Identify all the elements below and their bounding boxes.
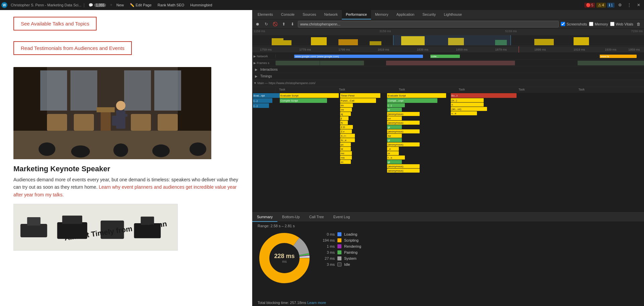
tab-event-log[interactable]: Event Log <box>329 212 355 222</box>
screenshots-checkbox[interactable] <box>561 22 565 26</box>
upload-icon[interactable]: ⬆ <box>280 21 287 27</box>
url-input[interactable] <box>298 21 559 27</box>
comments-icon[interactable]: 💬 1,055 <box>87 0 108 10</box>
error-badge: 🔴 5 <box>584 3 595 8</box>
tab-call-tree[interactable]: Call Tree <box>305 212 329 222</box>
task-evaluate-script[interactable]: Evaluate Script <box>280 93 339 98</box>
tab-lighthouse[interactable]: Lighthouse <box>440 10 466 19</box>
webvitals-checkbox[interactable] <box>610 22 614 26</box>
system-ms: 27 ms <box>318 256 335 260</box>
tab-security[interactable]: Security <box>418 10 440 19</box>
task-Le[interactable]: Le <box>387 116 402 120</box>
edit-page-button[interactable]: ✏️ Edit Page <box>128 0 154 10</box>
task-header-row: Task Task Task Task Task Task <box>252 86 644 93</box>
settings-icon[interactable]: ⚙ <box>616 1 624 9</box>
task-or[interactable]: or <box>387 151 399 155</box>
task-open-paren2[interactable]: (...) <box>253 103 269 108</box>
task-a-...[interactable]: (a...) <box>451 98 484 102</box>
flame-content: Eval...ript (...) (...) Evaluate Script … <box>252 93 644 212</box>
task-zd[interactable]: Z.D <box>340 125 353 129</box>
tab-summary[interactable]: Summary <box>252 212 277 222</box>
task-zv[interactable]: Z.v <box>340 129 352 133</box>
clear-icon[interactable]: 🚫 <box>272 21 278 27</box>
task-anon4[interactable]: (anonymous) <box>387 142 420 146</box>
task-sr[interactable]: sr <box>387 108 402 112</box>
scripting-label: Scripting <box>344 238 359 242</box>
mini-bar-3 <box>311 37 327 45</box>
ruler-1959: 1959 ms <box>628 48 640 51</box>
task-n-gt[interactable]: n <box>451 103 484 107</box>
task-open-paren1[interactable]: (...) <box>253 98 272 103</box>
interactions-toggle[interactable]: ▶ <box>254 68 259 72</box>
task-aj[interactable]: aj <box>340 112 351 116</box>
flame-col-4: Evaluate Script Compii...cript (...) sr … <box>386 93 447 174</box>
task-x[interactable]: X.;>: <box>340 134 355 138</box>
testimonials-button[interactable]: Read Testimonials from Audiences and Eve… <box>13 41 132 55</box>
timings-section[interactable]: ▶ Timings <box>252 73 644 80</box>
task-zc[interactable]: zc <box>340 160 351 164</box>
task-headers: Task Task Task Task Task Task <box>276 86 644 92</box>
task-fs[interactable]: f...s <box>387 156 405 160</box>
task-timer-fired[interactable]: Timer Fired <box>340 93 380 98</box>
browser-top-bar: W Christopher S. Penn - Marketing Data S… <box>0 0 644 10</box>
task-mc[interactable]: mc <box>340 151 352 155</box>
tab-sources[interactable]: Sources <box>299 10 320 19</box>
task-td[interactable]: td <box>340 147 351 151</box>
new-button[interactable]: New <box>114 0 126 10</box>
task-rm[interactable]: rm <box>340 108 352 112</box>
more-icon[interactable]: ⋮ <box>625 1 633 9</box>
task-paren3[interactable]: (...) <box>387 103 405 107</box>
task-anon6[interactable]: (anonymous) <box>387 169 420 173</box>
tab-network[interactable]: Network <box>320 10 342 19</box>
task-gt3[interactable]: gt <box>387 160 402 164</box>
task-anon5[interactable]: (anonymous) <box>387 164 420 168</box>
flame-col-right: Ev...t (a...) n (an...us) v...e <box>450 93 517 116</box>
task-_e[interactable]: _e <box>387 147 399 151</box>
learn-more-perf-link[interactable]: Learn more <box>307 301 326 305</box>
timings-toggle[interactable]: ▶ <box>254 74 259 78</box>
talks-topics-button[interactable]: See Available Talks and Topics <box>13 17 97 30</box>
task-compii-cript[interactable]: Compii...cript <box>387 98 437 103</box>
task-eval-script2[interactable]: Evaluate Script <box>387 93 446 98</box>
task-v-e[interactable]: v...e <box>451 111 477 115</box>
reload-icon[interactable]: ↻ <box>263 21 270 27</box>
network-bar-wwwfa: www.fa <box>600 55 637 58</box>
seo-button[interactable]: Rank Math SEO <box>156 0 186 10</box>
timeline-selection[interactable] <box>393 35 511 45</box>
task-anon2[interactable]: (anonymous) <box>387 121 420 125</box>
download-icon[interactable]: ⬇ <box>289 21 296 27</box>
tab-performance[interactable]: Performance <box>342 10 371 19</box>
close-devtools-icon[interactable]: ✕ <box>635 1 643 9</box>
task-tm[interactable]: tm <box>340 103 353 107</box>
hb-button[interactable]: Hummingbird <box>188 0 214 10</box>
task-jl[interactable]: jl <box>340 116 348 120</box>
task-compile-script[interactable]: Compile Script <box>280 98 327 103</box>
ruler-1919: 1919 ms <box>574 48 585 51</box>
task-pc[interactable]: pc <box>340 142 351 146</box>
tab-bottom-up[interactable]: Bottom-Up <box>277 212 305 222</box>
memory-checkbox[interactable] <box>589 22 593 26</box>
svg-rect-11 <box>158 114 178 131</box>
task-n[interactable]: N <box>340 121 348 125</box>
task-ne[interactable]: N.;.e <box>340 138 355 142</box>
tab-application[interactable]: Application <box>392 10 419 19</box>
task-anon1[interactable]: (anonymous) <box>387 112 420 116</box>
scroll-timeline[interactable]: 1159 ms 3159 ms 5159 ms 7159 ms <box>252 29 644 46</box>
tab-memory[interactable]: Memory <box>371 10 392 19</box>
task-ev-t[interactable]: Ev...t <box>451 93 517 98</box>
task-anus-v[interactable]: (an...us) <box>451 107 487 111</box>
task-funct-call[interactable]: Funct...Call <box>340 98 376 103</box>
newsletter-image: Almost Timely from @cspenn <box>13 204 178 251</box>
record-icon[interactable]: ⏺ <box>254 21 261 27</box>
clear-recordings-icon[interactable]: 🗑 <box>635 21 642 27</box>
task-anon3[interactable]: (anonymous) <box>387 129 420 133</box>
tab-console[interactable]: Console <box>277 10 299 19</box>
task-gt2[interactable]: gt <box>387 138 402 142</box>
task-gt1[interactable]: gt <box>387 125 402 129</box>
ruler-1839: 1839 ms <box>417 48 429 51</box>
seo-label: Rank Math SEO <box>158 3 184 7</box>
tab-elements[interactable]: Elements <box>254 10 277 19</box>
task-ma[interactable]: ma <box>340 156 352 160</box>
interactions-section[interactable]: ▶ Interactions <box>252 66 644 73</box>
task-Se[interactable]: Se <box>387 134 402 138</box>
